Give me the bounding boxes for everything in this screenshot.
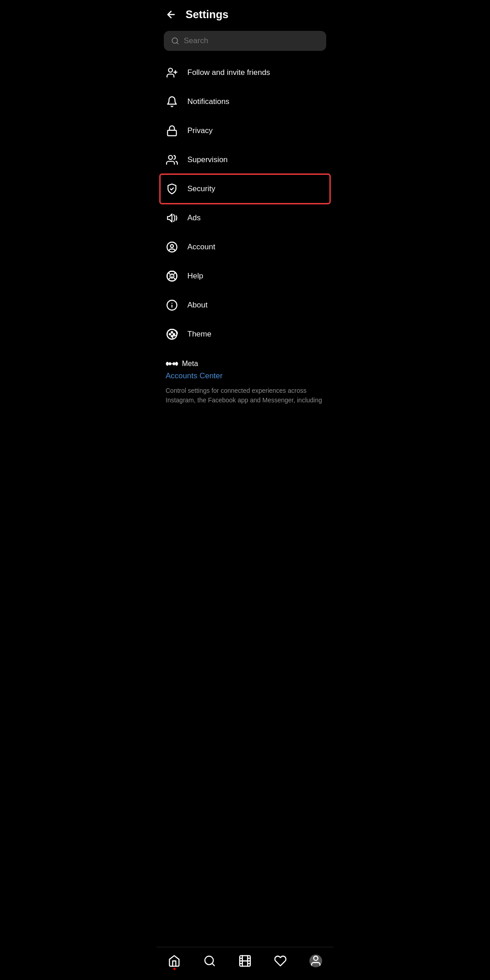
lock-icon	[166, 124, 178, 137]
menu-item-notifications[interactable]: Notifications	[160, 87, 330, 116]
menu-item-follow[interactable]: Follow and invite friends	[160, 58, 330, 87]
nav-profile[interactable]	[304, 951, 328, 971]
meta-description: Control settings for connected experienc…	[166, 386, 324, 405]
account-icon	[166, 241, 178, 253]
help-label: Help	[187, 272, 203, 281]
home-icon	[168, 955, 181, 967]
heart-icon	[274, 955, 287, 967]
theme-label: Theme	[187, 330, 211, 339]
svg-point-23	[173, 333, 175, 335]
notifications-label: Notifications	[187, 97, 230, 106]
meta-label: Meta	[182, 360, 198, 368]
bell-icon	[166, 95, 178, 108]
nav-reels[interactable]	[233, 951, 257, 971]
menu-item-ads[interactable]: Ads	[160, 203, 330, 233]
account-label: Account	[187, 243, 215, 252]
profile-icon	[309, 955, 322, 967]
search-nav-icon	[203, 955, 216, 967]
svg-rect-4	[167, 130, 176, 136]
ads-label: Ads	[187, 213, 201, 223]
svg-line-13	[168, 272, 170, 274]
svg-line-14	[174, 278, 176, 280]
supervision-icon	[166, 153, 178, 166]
ads-icon	[166, 212, 178, 224]
home-notification-dot	[173, 968, 176, 970]
meta-logo-row: Meta	[166, 360, 324, 368]
svg-line-15	[174, 272, 176, 274]
nav-home[interactable]	[162, 951, 186, 971]
security-label: Security	[187, 184, 215, 193]
svg-point-7	[171, 245, 174, 248]
svg-point-22	[171, 332, 172, 333]
menu-item-security[interactable]: Security	[160, 174, 330, 203]
menu-item-privacy[interactable]: Privacy	[160, 116, 330, 145]
back-button[interactable]	[164, 7, 178, 22]
menu-item-theme[interactable]: Theme	[160, 320, 330, 349]
search-icon	[171, 37, 179, 45]
meta-section: Meta Accounts Center Control settings fo…	[157, 349, 333, 409]
info-icon	[166, 299, 178, 312]
svg-line-16	[168, 278, 170, 280]
svg-point-34	[314, 956, 318, 960]
search-bar[interactable]	[164, 31, 326, 51]
menu-item-account[interactable]: Account	[160, 233, 330, 262]
reels-icon	[239, 955, 251, 967]
svg-point-5	[168, 155, 172, 159]
nav-activity[interactable]	[269, 951, 292, 971]
follow-label: Follow and invite friends	[187, 68, 270, 77]
svg-point-21	[169, 333, 171, 335]
shield-icon	[166, 183, 178, 195]
help-icon	[166, 270, 178, 282]
privacy-label: Privacy	[187, 126, 213, 135]
meta-logo-icon	[166, 360, 178, 367]
header: Settings	[157, 0, 333, 25]
supervision-label: Supervision	[187, 155, 228, 164]
menu-item-about[interactable]: About	[160, 291, 330, 320]
menu-item-help[interactable]: Help	[160, 262, 330, 291]
theme-icon	[166, 328, 178, 341]
nav-search[interactable]	[198, 951, 221, 971]
search-container	[157, 25, 333, 58]
settings-menu: Follow and invite friends Notifications …	[157, 58, 333, 349]
svg-point-1	[168, 68, 172, 72]
profile-avatar	[309, 955, 322, 967]
search-input[interactable]	[184, 36, 319, 45]
follow-icon	[166, 66, 178, 79]
bottom-nav	[157, 947, 333, 980]
menu-item-supervision[interactable]: Supervision	[160, 145, 330, 174]
about-label: About	[187, 301, 207, 310]
page-title: Settings	[186, 8, 229, 21]
accounts-center-link[interactable]: Accounts Center	[166, 371, 324, 381]
